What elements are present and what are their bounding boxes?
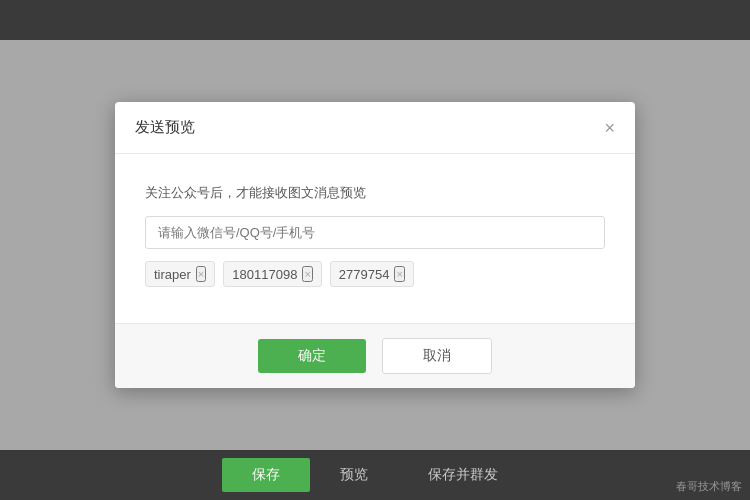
tag-label: 180117098 [232,267,297,282]
dialog-title: 发送预览 [135,118,195,137]
tags-row: tiraper × 180117098 × 2779754 × [145,261,605,287]
bottom-bar: 保存 预览 保存并群发 春哥技术博客 [0,450,750,500]
tag-close-button[interactable]: × [394,266,404,282]
dialog-body: 关注公众号后，才能接收图文消息预览 tiraper × 180117098 × … [115,154,635,323]
tag-2779754: 2779754 × [330,261,414,287]
tag-close-button[interactable]: × [302,266,312,282]
tag-tiraper: tiraper × [145,261,215,287]
tag-close-button[interactable]: × [196,266,206,282]
confirm-button[interactable]: 确定 [258,339,366,373]
modal-overlay: 发送预览 × 关注公众号后，才能接收图文消息预览 tiraper × 18011… [0,40,750,450]
bottom-save-button[interactable]: 保存 [222,458,310,492]
bottom-bar-buttons: 保存 预览 保存并群发 [222,458,528,492]
tag-label: 2779754 [339,267,390,282]
tag-label: tiraper [154,267,191,282]
hint-text: 关注公众号后，才能接收图文消息预览 [145,184,605,202]
watermark: 春哥技术博客 [676,479,742,494]
cancel-button[interactable]: 取消 [382,338,492,374]
tag-180117098: 180117098 × [223,261,322,287]
dialog: 发送预览 × 关注公众号后，才能接收图文消息预览 tiraper × 18011… [115,102,635,388]
search-input[interactable] [145,216,605,249]
top-bar [0,0,750,40]
bottom-preview-button[interactable]: 预览 [310,458,398,492]
bottom-save-publish-button[interactable]: 保存并群发 [398,458,528,492]
dialog-footer: 确定 取消 [115,323,635,388]
dialog-header: 发送预览 × [115,102,635,154]
dialog-close-button[interactable]: × [604,119,615,137]
